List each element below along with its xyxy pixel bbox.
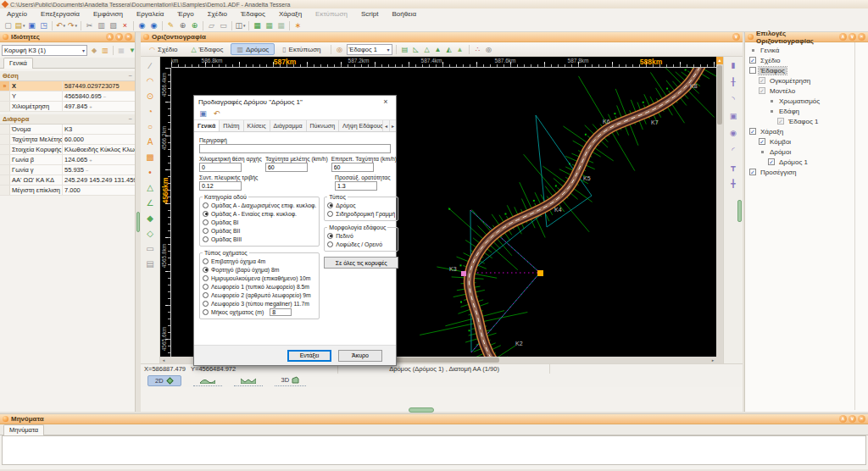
menu-item[interactable]: Script: [354, 8, 385, 19]
close-icon[interactable]: ×: [858, 415, 865, 423]
collapse-down-icon[interactable]: ∨: [115, 33, 123, 41]
terrain-paint-icon[interactable]: ▲: [455, 44, 465, 54]
collapse-down-icon[interactable]: ∨: [849, 33, 856, 41]
collapse-up-icon[interactable]: ∧: [839, 33, 847, 41]
checkbox-icon[interactable]: ✓: [749, 67, 756, 74]
plan-panel-header[interactable]: Οριζοντιογραφία ∨: [141, 32, 743, 42]
copy-icon[interactable]: ▥: [96, 20, 107, 31]
tree-item[interactable]: Γενικά: [745, 45, 854, 55]
property-value[interactable]: K3: [63, 125, 135, 134]
terrain-mixed-icon[interactable]: ◭: [444, 44, 454, 54]
route-type-option[interactable]: Δρόμος: [327, 201, 395, 209]
road-category-option[interactable]: Ομάδας ΒΙΙΙ: [203, 235, 316, 243]
points-table-icon[interactable]: ▦: [252, 20, 263, 31]
sync-selection-icon[interactable]: ◆: [89, 45, 99, 55]
menu-item[interactable]: Έργο: [170, 8, 200, 19]
tab-scroll-left-icon[interactable]: ◂: [382, 120, 389, 132]
property-value[interactable]: 245.249 145.249 131.459 2: [63, 175, 135, 185]
vehicle-type-option[interactable]: Λεωφορείο 2 (αρθρωτό λεωφορείο) 9m: [203, 291, 316, 299]
layers-icon[interactable]: ◎: [335, 44, 345, 54]
tree-item[interactable]: ✓Έδαφος: [745, 65, 854, 75]
open-file-icon[interactable]: ▤▾: [14, 20, 25, 31]
road-section-icon[interactable]: ╂: [726, 76, 741, 87]
checkbox-icon[interactable]: ✓: [777, 118, 784, 125]
tab-messages[interactable]: Μηνύματα: [3, 424, 44, 435]
terrain-morphology-option[interactable]: Πεδινό: [327, 231, 395, 240]
menu-item[interactable]: Χάραξη: [272, 8, 309, 19]
lines-table-icon[interactable]: ▦: [264, 20, 275, 31]
vehicle-length-input[interactable]: [270, 308, 292, 316]
triangle-tool-icon[interactable]: △: [142, 180, 158, 195]
grip-handle[interactable]: [537, 270, 543, 276]
property-row[interactable]: ΌνομαK3: [0, 125, 135, 135]
collapse-icon[interactable]: −: [129, 71, 132, 80]
scroll-right-icon[interactable]: ▸: [709, 357, 716, 363]
road-curve-icon[interactable]: ◝: [726, 93, 741, 104]
zoom-next-icon[interactable]: ◉: [148, 20, 159, 31]
view-3d-tab[interactable]: 3D: [275, 375, 307, 386]
terrain-solid-icon[interactable]: ▲: [433, 44, 443, 54]
tree-item[interactable]: ✓Προσέγγιση: [745, 167, 854, 177]
spin-icon[interactable]: +: [89, 104, 92, 109]
find-icon[interactable]: ◎: [484, 44, 494, 54]
close-icon[interactable]: ×: [125, 33, 132, 41]
property-row[interactable]: Χιλιομέτρηση497.845+: [0, 102, 135, 112]
road-straight-icon[interactable]: ▮: [726, 59, 741, 70]
undo-icon[interactable]: ↶: [211, 108, 222, 119]
checkbox-icon[interactable]: ✓: [749, 128, 756, 135]
property-row[interactable]: Γωνία γ55.935−: [0, 165, 135, 175]
spin-icon[interactable]: −: [86, 168, 89, 173]
line-tool-icon[interactable]: ∕: [142, 58, 158, 73]
sheet-tool-icon[interactable]: ▭: [142, 241, 158, 256]
tree-item[interactable]: Εδάφη: [745, 106, 854, 116]
menu-item[interactable]: Εκτύπωση: [309, 8, 354, 19]
save-icon[interactable]: ▣: [198, 108, 209, 119]
close-icon[interactable]: ×: [380, 97, 392, 106]
tree-label[interactable]: Σχέδιο: [759, 57, 782, 64]
view-profile-tab[interactable]: [193, 375, 222, 386]
view-sections-tab[interactable]: [234, 375, 263, 386]
road-category-option[interactable]: Ομάδας Α - Διαχωρισμένος επιφ. κυκλοφ.: [203, 201, 316, 209]
view-2d-tab[interactable]: 2D: [147, 375, 181, 386]
splitter-grip[interactable]: [737, 200, 742, 222]
spin-icon[interactable]: +: [89, 158, 92, 163]
collapse-up-icon[interactable]: ∧: [839, 415, 847, 423]
circle-tool-icon[interactable]: ⊙: [142, 89, 158, 103]
vehicle-type-option[interactable]: Λεωφορείο 3 (τύπου megaliner) 11.7m: [203, 299, 316, 308]
roundabout-icon[interactable]: ◉: [726, 127, 741, 138]
export-view-icon[interactable]: ◳: [38, 20, 49, 31]
property-value[interactable]: 55.935−: [63, 165, 135, 175]
tree-item[interactable]: ✓Χάραξη: [745, 126, 854, 136]
zoom-in-icon[interactable]: ⊕: [177, 20, 188, 31]
vehicle-type-option[interactable]: Ημιρυμουλκούμενα (επικαθήμενο) 10m: [203, 274, 316, 282]
chevron-down-icon[interactable]: ▾: [82, 47, 85, 53]
property-row[interactable]: Ταχύτητα Μελέτης60.000: [0, 135, 135, 145]
terrain-wire-icon[interactable]: △: [422, 44, 432, 54]
plan-tab-sketch[interactable]: ◠Σχέδιο: [143, 43, 183, 55]
checkbox-icon[interactable]: ✓: [759, 138, 765, 145]
object-selector[interactable]: Κορυφή Κ3 (1)▾: [2, 45, 87, 56]
property-row[interactable]: »X587449.029723075: [0, 81, 135, 91]
properties-panel-header[interactable]: Ιδιότητες ∧∨×: [0, 32, 135, 42]
dialog-tab[interactable]: Πλάτη: [220, 120, 243, 132]
property-row[interactable]: ΑΑ' ΩΩ' ΚΑ ΚΔ245.249 145.249 131.459 2: [0, 175, 135, 186]
road-category-option[interactable]: Ομάδας ΒΙ: [203, 218, 316, 226]
curve-join-icon[interactable]: ◜: [726, 144, 741, 155]
options-panel-header[interactable]: Επιλογές Οριζοντιογραφίας ∧∨×: [745, 32, 868, 42]
segment-tool-icon[interactable]: ∠: [142, 196, 158, 210]
t-junction-icon[interactable]: ┳: [726, 161, 741, 172]
tree-label[interactable]: Εδάφη: [777, 108, 801, 115]
grid-view-icon[interactable]: ▦: [116, 45, 126, 55]
messages-panel-header[interactable]: Μηνύματα ∧∨×: [0, 414, 868, 424]
tree-item[interactable]: Δρόμοι: [745, 147, 854, 157]
property-value[interactable]: 60.000: [63, 135, 135, 144]
splitter-grip[interactable]: [409, 407, 434, 413]
vehicle-type-option[interactable]: Λεωφορείο 1 (τυπικό λεωφορείο) 8.5m: [203, 282, 316, 291]
checkbox-icon[interactable]: ✓: [749, 169, 756, 175]
property-value[interactable]: 124.065+: [63, 155, 135, 164]
description-input[interactable]: [199, 144, 391, 153]
cancel-button[interactable]: Άκυρο: [338, 350, 382, 362]
dialog-tab[interactable]: Πύκνωση: [307, 120, 340, 132]
dropdown-arrow-icon[interactable]: ▾: [23, 23, 25, 28]
tree-item[interactable]: ✓Μοντέλο: [745, 86, 854, 96]
